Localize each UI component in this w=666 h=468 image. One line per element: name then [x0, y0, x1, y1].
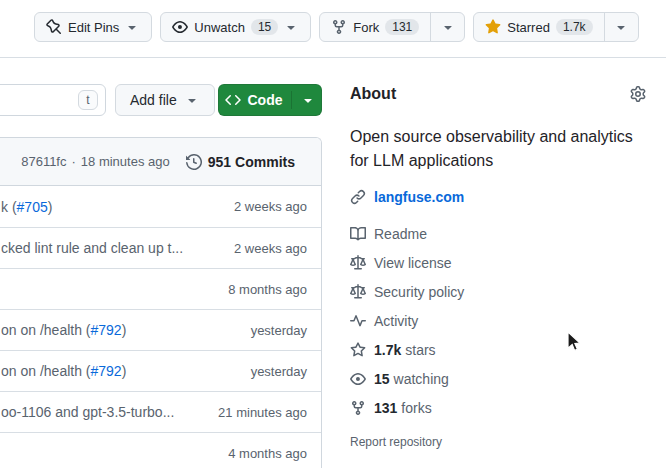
fork-label: Fork [353, 20, 379, 35]
commit-separator: · [71, 154, 75, 169]
fork-icon [350, 400, 366, 416]
commit-message[interactable]: oo-1106 and gpt-3.5-turbo... [1, 404, 206, 420]
commit-date: 2 weeks ago [234, 199, 307, 214]
about-meta-list: Readme View license Security policy Acti… [350, 219, 646, 422]
star-filled-icon [485, 19, 501, 35]
issue-link[interactable]: #705 [17, 199, 48, 215]
commits-label: Commits [235, 154, 295, 170]
code-button-divider [291, 91, 292, 109]
link-icon [350, 189, 366, 205]
law-icon [350, 284, 366, 300]
table-row: k (#705) 2 weeks ago [0, 186, 321, 227]
commit-date: 21 minutes ago [218, 405, 307, 420]
go-to-file-input[interactable]: t [0, 84, 106, 116]
table-row: cked lint rule and clean up t... 2 weeks… [0, 227, 321, 268]
mouse-cursor [566, 331, 582, 353]
commit-date: 2 weeks ago [234, 241, 307, 256]
commit-message[interactable]: on on /health (#792) [1, 322, 239, 338]
latest-commit-bar: 87611fc · 18 minutes ago 951 Commits [0, 138, 321, 186]
commit-hash: 87611fc [21, 154, 66, 169]
star-dropdown-button[interactable] [604, 13, 638, 41]
law-icon [350, 255, 366, 271]
commit-message[interactable]: k (#705) [1, 199, 222, 215]
unwatch-label: Unwatch [194, 20, 245, 35]
table-row: on on /health (#792) yesterday [0, 350, 321, 391]
table-row: on on /health (#792) yesterday [0, 309, 321, 350]
license-link[interactable]: View license [350, 248, 646, 277]
edit-pins-button[interactable]: Edit Pins [34, 12, 152, 42]
fork-button-group: Fork 131 [319, 12, 465, 42]
code-icon [225, 92, 241, 108]
website-row: langfuse.com [350, 189, 646, 205]
dropdown-caret-icon [613, 19, 629, 35]
website-link[interactable]: langfuse.com [374, 189, 464, 205]
fork-button[interactable]: Fork 131 [320, 13, 430, 41]
star-icon [350, 342, 366, 358]
code-button[interactable]: Code [218, 84, 322, 116]
watching-link[interactable]: 15watching [350, 364, 646, 393]
table-row: 4 months ago [0, 432, 321, 468]
watch-count-badge: 15 [251, 19, 278, 35]
table-row: 8 months ago [0, 268, 321, 309]
activity-link[interactable]: Activity [350, 306, 646, 335]
pin-icon [46, 19, 62, 35]
commit-message[interactable]: cked lint rule and clean up t... [1, 240, 222, 256]
dropdown-caret-icon [283, 19, 299, 35]
commit-history-link[interactable]: 951 Commits [186, 154, 295, 170]
forks-count: 131 [374, 400, 397, 416]
readme-link[interactable]: Readme [350, 219, 646, 248]
edit-pins-label: Edit Pins [68, 20, 119, 35]
fork-icon [331, 19, 347, 35]
file-table: 87611fc · 18 minutes ago 951 Commits k (… [0, 137, 322, 468]
code-label: Code [248, 92, 283, 108]
repo-action-bar: Edit Pins Unwatch 15 Fork 131 Starred 1.… [34, 12, 639, 42]
commits-count: 951 [208, 154, 231, 170]
table-row: oo-1106 and gpt-3.5-turbo... 21 minutes … [0, 391, 321, 432]
commit-date: yesterday [251, 323, 307, 338]
eye-icon [172, 19, 188, 35]
star-button-group: Starred 1.7k [473, 12, 638, 42]
dropdown-caret-icon[interactable] [300, 92, 316, 108]
starred-button[interactable]: Starred 1.7k [474, 13, 603, 41]
unwatch-button[interactable]: Unwatch 15 [160, 12, 311, 42]
star-count-badge: 1.7k [556, 19, 593, 35]
report-repository-link[interactable]: Report repository [350, 435, 646, 449]
gear-icon[interactable] [630, 86, 646, 102]
starred-label: Starred [507, 20, 550, 35]
header-separator [0, 57, 666, 58]
watching-count: 15 [374, 371, 390, 387]
commit-date: 8 months ago [228, 282, 307, 297]
dropdown-caret-icon [440, 19, 456, 35]
add-file-button[interactable]: Add file [115, 84, 215, 116]
fork-dropdown-button[interactable] [430, 13, 464, 41]
forks-link[interactable]: 131forks [350, 393, 646, 422]
stars-link[interactable]: 1.7kstars [350, 335, 646, 364]
book-icon [350, 226, 366, 242]
about-section: About Open source observability and anal… [350, 85, 646, 449]
latest-commit-link[interactable]: 87611fc · 18 minutes ago [21, 154, 170, 169]
issue-link[interactable]: #792 [91, 322, 122, 338]
commit-time: 18 minutes ago [81, 154, 170, 169]
add-file-label: Add file [130, 92, 177, 108]
pulse-icon [350, 313, 366, 329]
dropdown-caret-icon [124, 19, 140, 35]
commit-date: 4 months ago [228, 446, 307, 461]
dropdown-caret-icon [184, 92, 200, 108]
shortcut-key-badge: t [78, 90, 98, 110]
security-policy-link[interactable]: Security policy [350, 277, 646, 306]
commit-date: yesterday [251, 364, 307, 379]
commit-message[interactable]: on on /health (#792) [1, 363, 239, 379]
fork-count-badge: 131 [385, 19, 419, 35]
repo-description: Open source observability and analytics … [350, 125, 646, 173]
about-title: About [350, 85, 396, 103]
eye-icon [350, 371, 366, 387]
stars-count: 1.7k [374, 342, 401, 358]
issue-link[interactable]: #792 [91, 363, 122, 379]
history-icon [186, 154, 202, 170]
